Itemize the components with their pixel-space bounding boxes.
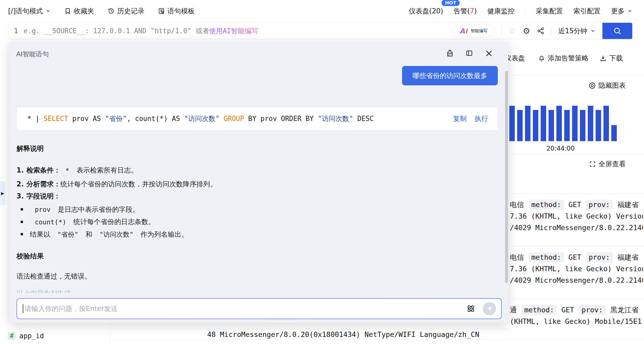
sidebar-field-app-id[interactable]: # app_id xyxy=(8,332,44,340)
time-range-dropdown[interactable]: 近15分钟 xyxy=(558,26,596,36)
toolbar-divider xyxy=(525,6,525,16)
bookmark-icon xyxy=(64,8,71,14)
modal-scrollbar-thumb[interactable] xyxy=(505,71,508,283)
log-list: 电信 method: GET prov: 福建省 ua: 7.36 (KHTML… xyxy=(508,193,644,340)
dashboard-menu[interactable]: 仪表盘(20) xyxy=(409,7,443,16)
add-alert-button[interactable]: 添加告警策略 xyxy=(538,54,589,63)
clear-conversation-icon[interactable] xyxy=(446,49,454,57)
user-question-bubble: 哪些省份的访问次数最多 xyxy=(402,66,498,85)
search-button[interactable] xyxy=(602,23,632,39)
index-config-menu[interactable]: 索引配置 xyxy=(573,7,601,16)
log-row-divider xyxy=(110,339,644,340)
favorites-button[interactable]: 收藏夹 xyxy=(64,7,94,16)
alerts-menu[interactable]: HOT 告警(7) xyxy=(454,7,477,16)
field-name: app_id xyxy=(19,332,44,340)
add-alert-label: 添加告警策略 xyxy=(548,54,589,63)
log-entry[interactable]: 通 method: GET prov: 黑龙江省 u (KHTML, like … xyxy=(508,299,644,340)
explanation-item: 3. 字段说明： xyxy=(16,191,499,201)
histogram-bar xyxy=(509,106,515,141)
histogram-bar xyxy=(580,110,585,141)
dashboard-tab-label: 仪表盘 xyxy=(508,54,525,63)
favorites-label: 收藏夹 xyxy=(74,7,94,16)
run-button[interactable]: 执行 xyxy=(474,114,488,123)
chevron-down-icon xyxy=(627,8,632,14)
histogram-bar xyxy=(525,106,530,141)
collect-config-label: 采集配置 xyxy=(536,7,563,16)
eye-icon xyxy=(589,82,596,89)
generated-query-code: * | SELECT prov AS "省份", count(*) AS "访问… xyxy=(27,114,374,123)
question-input-wrapper: 请输入你的问题，按Enter发送 xyxy=(16,298,502,319)
histogram-bar xyxy=(549,110,554,141)
histogram-chart xyxy=(509,106,624,141)
hide-chart-label: 隐藏图表 xyxy=(598,81,626,90)
search-icon xyxy=(613,26,622,35)
line-number: 1 xyxy=(8,27,24,35)
field-bullet: 结果以 "省份" 和 "访问次数" 作为列名输出。 xyxy=(21,229,499,240)
statement-template-icon xyxy=(158,8,165,14)
log-line-fragment: 48 MicroMessenger/8.0.20(0x18001434) Net… xyxy=(207,330,479,339)
histogram-bar xyxy=(588,106,593,141)
histogram-bar xyxy=(541,106,546,141)
ai-atom-icon[interactable] xyxy=(466,304,476,313)
explanation-item: 1. 检索条件：* 表示检索所有日志。 xyxy=(16,165,499,176)
statement-mode-label: [/]语句模式 xyxy=(8,7,43,16)
time-range-label: 近15分钟 xyxy=(558,26,587,36)
log-line: 电信 method: GET prov: 福建省 ua: xyxy=(510,252,643,263)
templates-label: 语句模板 xyxy=(167,7,195,16)
alerts-count: 7 xyxy=(470,7,474,15)
log-entry[interactable]: 电信 method: GET prov: 福建省 ua: 7.36 (KHTML… xyxy=(508,193,644,246)
query-input[interactable]: e.g. __SOURCE__: 127.0.0.1 AND "http/1.0… xyxy=(24,26,258,36)
statement-mode-dropdown[interactable]: [/]语句模式 xyxy=(8,7,51,16)
searchbar-divider xyxy=(501,26,502,36)
share-icon[interactable] xyxy=(537,27,544,35)
star-icon[interactable]: ☆ xyxy=(509,27,516,35)
bell-icon xyxy=(538,55,545,62)
histogram-bar xyxy=(517,110,523,141)
top-toolbar: [/]语句模式 收藏夹 历史记录 语句模板 仪表盘(20) HOT 告警(7) … xyxy=(0,0,644,22)
expand-sidebar-tab[interactable]: ▶ xyxy=(0,181,5,205)
more-menu[interactable]: 更多 xyxy=(611,7,632,16)
send-button[interactable] xyxy=(483,302,496,315)
explanation-section: 解释说明 1. 检索条件：* 表示检索所有日志。 2. 分析需求：统计每个省份的… xyxy=(16,144,499,293)
text-caret xyxy=(23,304,23,313)
sidebar-divider xyxy=(110,323,110,344)
fullscreen-button[interactable]: 全屏查看 xyxy=(589,159,626,169)
download-icon xyxy=(600,55,607,62)
hide-chart-button[interactable]: 隐藏图表 xyxy=(589,81,626,90)
bullet-marker xyxy=(21,208,23,210)
side-panel-icon[interactable] xyxy=(465,49,473,57)
log-line: /4029 MicroMessenger/8.0.22.2140 xyxy=(510,222,643,234)
bullet-marker xyxy=(21,221,23,223)
ai-write-link[interactable]: 使用AI智能编写 xyxy=(209,27,258,35)
histogram-bar xyxy=(596,110,601,141)
log-entry[interactable]: 电信 method: GET prov: 福建省 ua: 7.36 (KHTML… xyxy=(508,246,644,299)
close-icon[interactable]: × xyxy=(485,48,493,58)
send-plane-icon xyxy=(486,305,493,312)
index-config-label: 索引配置 xyxy=(573,7,601,16)
copy-button[interactable]: 复制 xyxy=(453,114,467,123)
health-label: 健康监控 xyxy=(487,7,515,16)
download-label: 下载 xyxy=(609,54,623,63)
ai-write-button[interactable]: AI 智能编写 xyxy=(453,25,495,37)
log-row-divider xyxy=(110,329,508,329)
collect-config-menu[interactable]: 采集配置 xyxy=(536,7,563,16)
question-input[interactable]: 请输入你的问题，按Enter发送 xyxy=(17,299,501,319)
history-button[interactable]: 历史记录 xyxy=(108,7,144,16)
log-line: 通 method: GET prov: 黑龙江省 u xyxy=(510,304,643,316)
histogram-bar xyxy=(564,110,570,141)
expand-arrow-icon: ▶ xyxy=(1,191,4,196)
download-button[interactable]: 下载 xyxy=(600,54,623,63)
gear-icon[interactable]: ⚙ xyxy=(523,27,530,35)
dashboard-tab[interactable]: 仪表盘 xyxy=(508,54,527,63)
log-line: 电信 method: GET prov: 福建省 ua: xyxy=(510,199,643,210)
hot-badge: HOT xyxy=(442,0,460,6)
ai-write-button-label: 智能编写 xyxy=(471,28,488,34)
query-editor-bar[interactable]: 1 e.g. __SOURCE__: 127.0.0.1 AND "http/1… xyxy=(8,23,632,39)
health-monitor-menu[interactable]: 健康监控 xyxy=(487,7,515,16)
history-icon xyxy=(108,8,115,14)
templates-button[interactable]: 语句模板 xyxy=(158,7,195,16)
results-toolbar: 仪表盘 添加告警策略 下载 xyxy=(508,41,644,75)
field-bullet: count(*) 统计每个省份的日志条数。 xyxy=(21,217,499,227)
chevron-down-icon xyxy=(590,28,596,34)
fullscreen-icon xyxy=(589,161,596,168)
